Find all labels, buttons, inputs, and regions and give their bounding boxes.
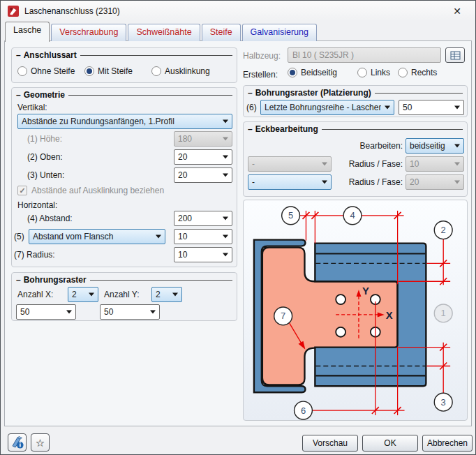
dialog-laschenanschluss: Laschenanschluss (2310) ✕ Lasche Verschr…: [0, 0, 476, 455]
titlebar: Laschenanschluss (2310) ✕: [1, 1, 475, 21]
radio-ohne-steife[interactable]: Ohne Steife: [17, 66, 75, 76]
window-title: Laschenanschluss (2310): [24, 6, 120, 16]
group-collapse-toggle[interactable]: –: [16, 275, 21, 285]
close-icon[interactable]: ✕: [449, 4, 466, 18]
tab-schweissnaehte[interactable]: Schweißnähte: [128, 24, 200, 41]
combo-platzierung-modus[interactable]: Letzte Bohrungsreihe - Laschenende: [260, 100, 394, 115]
radio-icon: [151, 66, 161, 76]
tab-steife[interactable]: Steife: [202, 24, 241, 41]
svg-text:4: 4: [350, 210, 355, 221]
radio-links[interactable]: Links: [357, 68, 390, 77]
combo-flansch-wert[interactable]: 10: [174, 229, 232, 244]
group-title-rule: [68, 95, 232, 96]
chevron-down-icon: [223, 253, 228, 257]
chevron-down-icon: [223, 217, 228, 221]
combo-bearbeiten[interactable]: beidseitig: [406, 138, 464, 154]
group-collapse-toggle[interactable]: –: [248, 88, 253, 98]
group-title-geometrie: Geometrie: [24, 90, 65, 100]
svg-text:1: 1: [441, 308, 446, 318]
group-title-bohrungsraster: Bohrungsraster: [24, 275, 87, 285]
svg-text:5: 5: [288, 210, 293, 221]
radio-ausklinkung[interactable]: Ausklinkung: [151, 66, 210, 76]
combo-vertikal-modus[interactable]: Abstände zu Rundungsanfängen, 1.Profil: [17, 114, 232, 129]
favorites-button[interactable]: ☆: [31, 433, 50, 452]
star-icon: ☆: [36, 438, 45, 448]
axis-y-label: Y: [362, 285, 369, 297]
combo-radius[interactable]: 10: [174, 247, 232, 262]
chevron-down-icon: [385, 106, 390, 110]
radio-mit-steife[interactable]: Mit Steife: [84, 66, 133, 76]
vertikal-label: Vertikal:: [17, 103, 47, 112]
chevron-down-icon: [223, 174, 228, 177]
combo-platzierung-wert[interactable]: 50: [399, 100, 464, 115]
combo-ecke-2[interactable]: -: [248, 174, 332, 190]
group-collapse-toggle[interactable]: –: [16, 50, 21, 60]
group-platzierung: – Bohrungsraster (Platzierung) (6) Letzt…: [243, 85, 468, 117]
checkbox-checked-icon: ✓: [17, 186, 27, 195]
chevron-down-icon: [223, 156, 228, 159]
group-eckbearbeitung: – Eckbearbeitung Bearbeiten: beidseitig …: [243, 121, 468, 197]
radius-label: (7) Radius:: [14, 250, 55, 260]
combo-unten[interactable]: 20: [174, 167, 232, 183]
radio-label: Links: [371, 68, 390, 77]
combo-anzahl-x[interactable]: 2: [68, 287, 98, 302]
unten-label: (3) Unten:: [27, 170, 64, 180]
group-title-rule: [375, 93, 463, 94]
radio-icon: [357, 68, 367, 77]
combo-flansch-modus[interactable]: Abstand vom Flansch: [29, 229, 165, 244]
chevron-down-icon: [223, 235, 228, 239]
checkbox-ausklinkung-beziehen: ✓ Abstände auf Ausklinkung beziehen: [17, 186, 164, 195]
chevron-down-icon: [454, 144, 460, 148]
radio-label: Rechts: [411, 68, 437, 77]
radius-fase-label: Radius / Fase:: [341, 177, 403, 187]
hoehe-label: (1) Höhe:: [27, 134, 62, 144]
group-title-eckbearbeitung: Eckbearbeitung: [255, 124, 318, 134]
tab-page-lasche: – Anschlussart Ohne Steife Mit Steife Au…: [4, 40, 472, 426]
platzierung-index-label: (6): [246, 103, 257, 112]
combo-abstand-y[interactable]: 50: [100, 304, 160, 320]
combo-abstand[interactable]: 200: [174, 211, 232, 226]
abbrechen-button[interactable]: Abbrechen: [422, 435, 473, 452]
bearbeiten-label: Bearbeiten:: [341, 141, 403, 151]
chevron-down-icon: [454, 106, 460, 110]
chevron-down-icon: [322, 181, 327, 184]
svg-text:7: 7: [281, 311, 285, 321]
tab-galvanisierung[interactable]: Galvanisierung: [242, 24, 317, 41]
chevron-down-icon: [454, 163, 460, 166]
group-collapse-toggle[interactable]: –: [248, 124, 253, 134]
group-title-platzierung: Bohrungsraster (Platzierung): [255, 88, 371, 98]
combo-abstand-x[interactable]: 50: [16, 304, 76, 320]
tab-bar: Lasche Verschraubung Schweißnähte Steife…: [5, 21, 318, 41]
erstellen-label: Erstellen:: [243, 70, 278, 80]
radio-icon: [398, 68, 408, 77]
combo-anzahl-y[interactable]: 2: [151, 287, 182, 302]
combo-hoehe: 180: [174, 131, 232, 147]
anzahl-x-label: Anzahl X:: [17, 290, 53, 299]
halbzeug-label: Halbzeug:: [243, 51, 281, 61]
flansch-index-label: (5): [14, 232, 24, 241]
radio-label: Beidseitig: [301, 68, 337, 77]
svg-text:2: 2: [441, 225, 446, 235]
group-collapse-toggle[interactable]: –: [16, 90, 21, 100]
tab-verschraubung[interactable]: Verschraubung: [51, 24, 126, 41]
table-icon: [450, 51, 461, 60]
halbzeug-browse-button[interactable]: [445, 47, 465, 63]
group-anschlussart: – Anschlussart Ohne Steife Mit Steife Au…: [11, 47, 237, 83]
joint-properties-button[interactable]: [8, 433, 27, 452]
vorschau-button[interactable]: Vorschau: [302, 435, 358, 452]
chevron-down-icon: [89, 293, 94, 297]
diagram-svg: X Y 5 4 2 1 3 6 7: [244, 200, 467, 420]
chevron-down-icon: [223, 120, 228, 124]
chevron-down-icon: [156, 235, 161, 239]
combo-ecke-1: -: [248, 156, 332, 172]
beam-info-icon: [10, 435, 24, 449]
ok-button[interactable]: OK: [362, 435, 418, 452]
bolt-hole: [336, 294, 345, 304]
radio-rechts[interactable]: Rechts: [398, 68, 437, 77]
radio-beidseitig[interactable]: Beidseitig: [288, 68, 337, 77]
combo-oben[interactable]: 20: [174, 149, 232, 165]
svg-text:6: 6: [301, 405, 306, 416]
tab-lasche[interactable]: Lasche: [5, 22, 50, 42]
abstand-label: (4) Abstand:: [27, 214, 73, 223]
axis-x-label: X: [386, 310, 393, 321]
